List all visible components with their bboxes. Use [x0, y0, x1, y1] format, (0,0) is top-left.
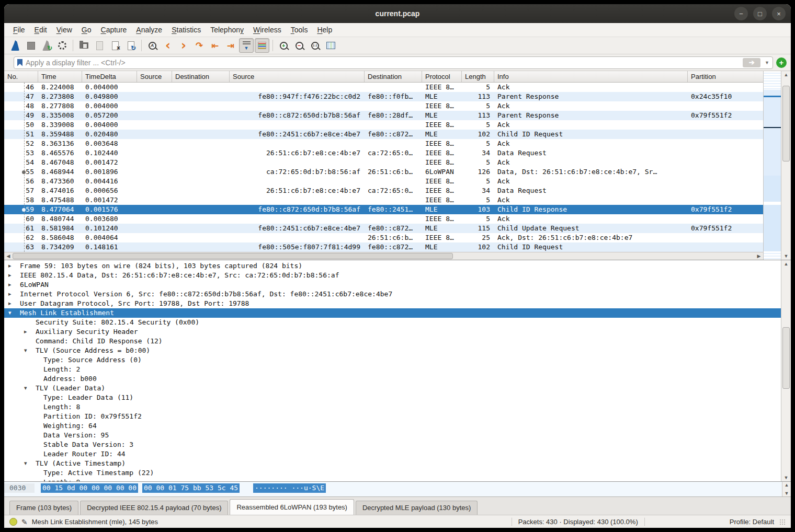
resize-columns-icon[interactable] [323, 38, 338, 53]
column-header-timedelta-2[interactable]: TimeDelta [82, 71, 137, 82]
detail-row[interactable]: Type: Active Timestamp (22) [4, 468, 781, 478]
detail-row[interactable]: Partition ID: 0x79f551f2 [4, 412, 781, 421]
colorize-icon[interactable] [255, 38, 269, 53]
menu-item-analyze[interactable]: Analyze [131, 24, 167, 36]
tree-expanded-icon[interactable]: ▾ [8, 308, 20, 318]
hex-row[interactable]: 0030 00 15 0d 00 00 00 00 00 00 00 01 75… [4, 483, 782, 493]
detail-row[interactable]: Length: 8 [4, 402, 781, 412]
tab-decrypted-mle-payload-130-bytes[interactable]: Decrypted MLE payload (130 bytes) [356, 501, 478, 515]
restart-capture-icon[interactable]: ↻ [39, 38, 54, 53]
hex-scroll-down-icon[interactable]: ▼ [782, 490, 791, 497]
packet-row[interactable]: 548.4670480.001472IEEE 8…5Ack [4, 158, 763, 167]
packet-row[interactable]: 638.7342090.148161fe80::505e:f807:7f81:4… [4, 242, 763, 252]
detail-row[interactable]: Type: Leader Data (11) [4, 393, 781, 402]
detail-row[interactable]: Weighting: 64 [4, 421, 781, 431]
scroll-up-icon[interactable]: ▲ [781, 71, 791, 78]
status-profile[interactable]: Profile: Default [730, 518, 774, 526]
tree-collapsed-icon[interactable]: ▸ [8, 271, 20, 280]
menu-item-edit[interactable]: Edit [30, 24, 52, 36]
packet-row[interactable]: 498.3350080.057200fe80::c872:650d:b7b8:5… [4, 111, 763, 120]
column-header-time-1[interactable]: Time [38, 71, 82, 82]
maximize-icon[interactable]: □ [753, 7, 767, 20]
wireshark-start-capture-icon[interactable] [8, 38, 22, 53]
find-packet-icon[interactable]: A [145, 38, 160, 53]
apply-filter-button[interactable]: ➔ [743, 58, 760, 67]
column-header-destination-4[interactable]: Destination [172, 71, 230, 82]
tree-collapsed-icon[interactable]: ▸ [8, 261, 20, 271]
column-header-info-9[interactable]: Info [494, 71, 688, 82]
menu-item-telephony[interactable]: Telephony [206, 24, 248, 36]
scroll-left-icon[interactable]: ◀ [5, 253, 12, 259]
packet-row[interactable]: 628.5860480.00406426:51:c6:b…IEEE 8…25Ac… [4, 233, 763, 242]
menu-item-statistics[interactable]: Statistics [167, 24, 206, 36]
resize-grip[interactable] [779, 519, 786, 525]
column-header-source-5[interactable]: Source [230, 71, 365, 82]
packet-row[interactable]: 538.4655760.10244026:51:c6:b7:e8:ce:4b:e… [4, 148, 763, 158]
column-header-no-0[interactable]: No. [4, 71, 38, 82]
go-to-packet-icon[interactable]: ↷ [192, 38, 207, 53]
detail-row[interactable]: Length: 2 [4, 365, 781, 374]
save-file-icon[interactable] [92, 38, 107, 53]
packet-row[interactable]: 468.2240080.004000IEEE 8…5Ack [4, 83, 763, 92]
detail-row[interactable]: ▾TLV (Leader Data) [4, 384, 781, 393]
minimize-icon[interactable]: − [734, 7, 748, 20]
packet-row[interactable]: 578.4740160.00065626:51:c6:b7:e8:ce:4b:e… [4, 186, 763, 195]
hex-bytes-group1[interactable]: 00 15 0d 00 00 00 00 00 [41, 483, 138, 493]
details-scroll-down-icon[interactable]: ▼ [781, 474, 791, 481]
menu-item-view[interactable]: View [52, 24, 77, 36]
tree-expanded-icon[interactable]: ▾ [24, 346, 36, 355]
menu-item-go[interactable]: Go [77, 24, 96, 36]
packet-row[interactable]: 508.3390080.004000IEEE 8…5Ack [4, 120, 763, 130]
hex-scroll-up-icon[interactable]: ▲ [782, 482, 791, 489]
menu-item-file[interactable]: File [8, 24, 30, 36]
packet-row[interactable]: 558.4689440.001896ca:72:65:0d:b7:b8:56:a… [4, 167, 763, 177]
previous-packet-icon[interactable]: ‹ [161, 38, 175, 53]
packet-row[interactable]: 608.4807440.003680IEEE 8…5Ack [4, 214, 763, 224]
hex-scrollbar[interactable]: ▲ ▼ [782, 482, 791, 496]
detail-row[interactable]: ▸IEEE 802.15.4 Data, Dst: 26:51:c6:b7:e8… [4, 271, 781, 280]
expert-info-icon[interactable] [9, 518, 17, 526]
tree-collapsed-icon[interactable]: ▸ [8, 290, 20, 299]
detail-row[interactable]: ▾Mesh Link Establishment [4, 308, 781, 318]
column-header-partition-10[interactable]: Partition [688, 71, 763, 82]
column-header-length-8[interactable]: Length [462, 71, 494, 82]
details-scroll-up-icon[interactable]: ▲ [781, 260, 791, 268]
packet-row[interactable]: 488.2778080.004000IEEE 8…5Ack [4, 101, 763, 111]
scroll-right-icon[interactable]: ▶ [755, 253, 763, 259]
packet-list-scrollbar[interactable]: ▲ ▼ [781, 71, 791, 260]
horizontal-scrollbar[interactable]: ◀ ▶ [4, 252, 763, 260]
detail-row[interactable]: ▸Frame 59: 103 bytes on wire (824 bits),… [4, 261, 781, 271]
detail-row[interactable]: Type: Source Address (0) [4, 355, 781, 365]
menu-item-capture[interactable]: Capture [96, 24, 132, 36]
hex-ascii[interactable]: ········ ···u·S\E [253, 483, 326, 493]
column-header-protocol-7[interactable]: Protocol [422, 71, 462, 82]
tab-frame-103-bytes[interactable]: Frame (103 bytes) [9, 501, 78, 515]
stop-capture-icon[interactable] [24, 38, 38, 53]
tree-collapsed-icon[interactable]: ▸ [8, 280, 20, 290]
packet-row[interactable]: 518.3594880.020480fe80::2451:c6b7:e8ce:4… [4, 130, 763, 139]
intelligent-scrollbar-minimap[interactable] [763, 71, 781, 260]
detail-row[interactable]: ▸Auxiliary Security Header [4, 327, 781, 337]
hex-bytes-group2[interactable]: 00 00 01 75 bb 53 5c 45 [142, 483, 240, 493]
column-header-destination-6[interactable]: Destination [365, 71, 422, 82]
scroll-down-icon[interactable]: ▼ [781, 252, 791, 260]
packet-row[interactable]: 618.5819840.101240fe80::2451:c6b7:e8ce:4… [4, 224, 763, 233]
detail-row[interactable]: Stable Data Version: 3 [4, 440, 781, 449]
detail-row[interactable]: ▸6LoWPAN [4, 280, 781, 290]
vertical-scroll-thumb[interactable] [782, 86, 790, 161]
packet-row[interactable]: 528.3631360.003648IEEE 8…5Ack [4, 139, 763, 148]
column-header-source-3[interactable]: Source [137, 71, 172, 82]
detail-row[interactable]: ▾TLV (Active Timestamp) [4, 459, 781, 468]
detail-row[interactable]: ▸User Datagram Protocol, Src Port: 19788… [4, 299, 781, 308]
next-packet-icon[interactable]: › [176, 38, 191, 53]
packet-row[interactable]: 588.4754880.001472IEEE 8…5Ack [4, 195, 763, 205]
auto-scroll-icon[interactable]: ▼ [239, 38, 254, 53]
filter-bookmark-icon[interactable] [17, 59, 22, 66]
detail-row[interactable]: Address: b000 [4, 374, 781, 384]
zoom-original-icon[interactable]: 1:1 [308, 38, 322, 53]
packet-row[interactable]: 598.4770640.001576fe80::c872:650d:b7b8:5… [4, 205, 763, 214]
tree-expanded-icon[interactable]: ▾ [24, 459, 36, 468]
zoom-in-icon[interactable]: + [276, 38, 291, 53]
details-scrollbar[interactable]: ▲ ▼ [781, 260, 791, 481]
detail-row[interactable]: Command: Child ID Response (12) [4, 337, 781, 346]
